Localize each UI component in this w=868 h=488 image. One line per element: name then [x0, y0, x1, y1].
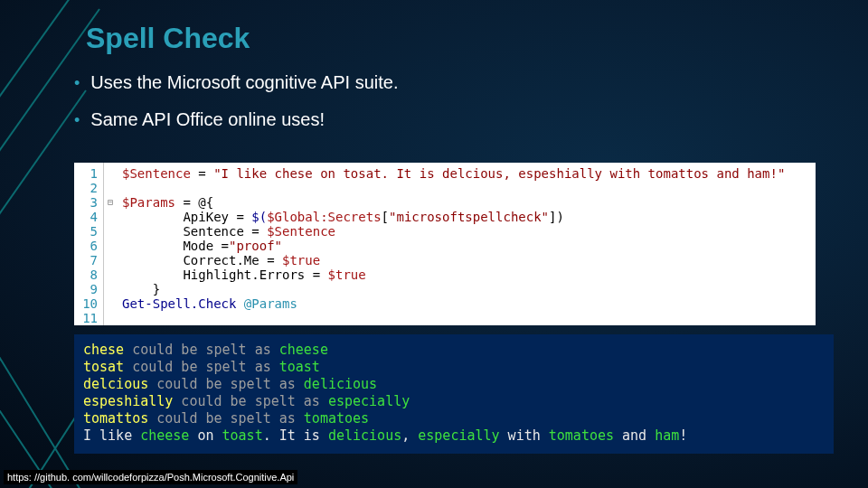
bullet-text: Uses the Microsoft cognitive API suite.: [90, 72, 398, 93]
fold-marker: ⊟: [104, 195, 117, 210]
code-content: $Sentence = "I like chese on tosat. It i…: [117, 163, 790, 325]
code-line: Mode ="proof": [122, 239, 785, 253]
line-number: 3: [78, 195, 98, 210]
fold-marker: [104, 166, 117, 181]
fold-gutter: ⊟: [104, 163, 117, 325]
bullet-icon: •: [74, 74, 80, 93]
line-number: 8: [78, 267, 98, 282]
console-line: delcious could be spelt as delicious: [83, 376, 825, 393]
code-line: [122, 181, 785, 195]
console-line: I like cheese on toast. It is delicious,…: [83, 427, 825, 445]
fold-marker: [104, 239, 117, 253]
console-line: chese could be spelt as cheese: [83, 342, 825, 359]
fold-marker: [104, 224, 117, 239]
footer-link: https: //github. com/willcodeforpizza/Po…: [4, 470, 297, 484]
bullet-text: Same API Office online uses!: [90, 109, 325, 130]
console-line: tosat could be spelt as toast: [83, 359, 825, 376]
line-number: 4: [78, 210, 98, 224]
svg-line-0: [0, 0, 81, 108]
fold-marker: [104, 267, 117, 282]
console-output: chese could be spelt as cheesetosat coul…: [74, 334, 834, 454]
line-number: 5: [78, 224, 98, 239]
bullet-item: • Same API Office online uses!: [74, 109, 398, 130]
fold-marker: [104, 253, 117, 267]
line-number: 10: [78, 296, 98, 311]
code-line: $Params = @{: [122, 195, 785, 210]
console-line: espeshially could be spelt as especially: [83, 393, 825, 410]
line-number: 11: [78, 311, 98, 325]
line-number: 6: [78, 239, 98, 253]
bullet-list: • Uses the Microsoft cognitive API suite…: [74, 72, 398, 146]
line-number: 1: [78, 166, 98, 181]
code-line: [122, 311, 785, 325]
fold-marker: [104, 181, 117, 195]
bullet-item: • Uses the Microsoft cognitive API suite…: [74, 72, 398, 93]
code-line: $Sentence = "I like chese on tosat. It i…: [122, 166, 785, 181]
code-line: Correct.Me = $true: [122, 253, 785, 267]
fold-marker: [104, 296, 117, 311]
slide: Spell Check • Uses the Microsoft cogniti…: [0, 0, 868, 488]
code-line: }: [122, 282, 785, 296]
code-line: ApiKey = $($Global:Secrets["microsoftspe…: [122, 210, 785, 224]
line-number-gutter: 1234567891011: [74, 163, 104, 325]
fold-marker: [104, 311, 117, 325]
line-number: 9: [78, 282, 98, 296]
line-number: 2: [78, 181, 98, 195]
slide-title: Spell Check: [86, 22, 250, 55]
code-line: Highlight.Errors = $true: [122, 267, 785, 282]
fold-marker: [104, 282, 117, 296]
fold-marker: [104, 210, 117, 224]
svg-line-2: [0, 90, 86, 226]
console-line: tomattos could be spelt as tomatoes: [83, 410, 825, 427]
code-line: Get-Spell.Check @Params: [122, 296, 785, 311]
code-line: Sentence = $Sentence: [122, 224, 785, 239]
line-number: 7: [78, 253, 98, 267]
bullet-icon: •: [74, 111, 80, 130]
code-editor: 1234567891011 ⊟ $Sentence = "I like ches…: [74, 163, 816, 325]
